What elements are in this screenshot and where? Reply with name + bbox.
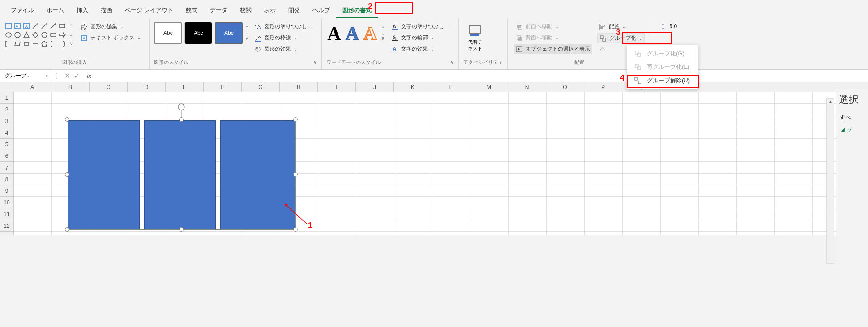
row-header-8[interactable]: 8 <box>0 174 13 185</box>
row-header-3[interactable]: 3 <box>0 115 13 127</box>
row-header-11[interactable]: 11 <box>0 208 13 220</box>
shape-style-gallery[interactable]: Abc Abc Abc ⌃ ⌄ ⊽ <box>153 21 250 45</box>
row-header-9[interactable]: 9 <box>0 185 13 197</box>
text-fill-button[interactable]: A 文字の塗りつぶし ⌄ <box>389 22 452 31</box>
handle-ml[interactable] <box>65 172 69 177</box>
shape-parallelogram-icon[interactable] <box>13 40 21 48</box>
col-header-d[interactable]: D <box>128 82 166 92</box>
bring-forward-button[interactable]: 前面へ移動 ⌄ <box>514 22 592 31</box>
cells-grid[interactable]: 1 <box>14 92 868 235</box>
name-box-dropdown-icon[interactable]: ▾ <box>46 74 48 78</box>
shape-brace-icon[interactable] <box>49 40 57 48</box>
row-header-5[interactable]: 5 <box>0 139 13 150</box>
dropdown-ungroup[interactable]: グループ解除(U) <box>627 74 698 87</box>
shape-brace2-icon[interactable] <box>58 40 66 48</box>
tab-insert[interactable]: 挿入 <box>70 4 94 18</box>
row-header-12[interactable]: 12 <box>0 220 13 232</box>
selection-pane-button[interactable]: オブジェクトの選択と表示 <box>514 44 592 54</box>
shape-hexagon-icon[interactable] <box>40 31 48 39</box>
send-backward-button[interactable]: 背面へ移動 ⌄ <box>514 33 592 42</box>
shape-outline-button[interactable]: 図形の枠線 ⌄ <box>252 33 315 42</box>
col-header-g[interactable]: G <box>242 82 280 92</box>
handle-bl[interactable] <box>65 227 69 232</box>
style-preview-2[interactable]: Abc <box>184 22 212 44</box>
shape-rightarrow-icon[interactable] <box>58 31 66 39</box>
shape-diamond-icon[interactable] <box>31 31 39 39</box>
col-header-p[interactable]: P <box>584 82 622 92</box>
group-button[interactable]: グループ化 ⌄ <box>597 33 645 43</box>
shape-line-icon[interactable] <box>31 22 39 30</box>
textbox-button[interactable]: A テキスト ボックス ⌄ <box>79 33 143 42</box>
dropdown-group[interactable]: グループ化(G) <box>627 47 698 60</box>
confirm-icon[interactable]: ✓ <box>74 72 80 80</box>
text-effects-button[interactable]: A 文字の効果 ⌄ <box>389 44 452 54</box>
wordart-up-icon[interactable]: ⌃ <box>381 26 385 30</box>
shape-flowchart-icon[interactable] <box>22 40 30 48</box>
col-header-h[interactable]: H <box>280 82 318 92</box>
shape-roundrect-icon[interactable] <box>49 31 57 39</box>
col-header-m[interactable]: M <box>470 82 508 92</box>
tab-draw[interactable]: 描画 <box>94 4 119 18</box>
gallery-more-icon[interactable]: ⊽ <box>245 36 249 41</box>
style-preview-3[interactable]: Abc <box>215 22 243 44</box>
selection-pane-item[interactable]: ◢ グ <box>839 124 865 137</box>
selection-pane-all[interactable]: すべ <box>839 111 865 124</box>
shape-fill-button[interactable]: 図形の塗りつぶし ⌄ <box>252 22 315 31</box>
alt-text-button[interactable]: 代替テ キスト <box>462 21 487 54</box>
shapes-gallery[interactable]: A A ⌃ ⌄ <box>4 21 76 49</box>
wordart-more-icon[interactable]: ⊽ <box>381 37 385 41</box>
cancel-icon[interactable]: ✕ <box>64 72 70 80</box>
text-outline-button[interactable]: A 文字の輪郭 ⌄ <box>389 33 452 42</box>
shape-arrow-icon[interactable] <box>49 22 57 30</box>
shape-connector-icon[interactable] <box>31 40 39 48</box>
handle-mr[interactable] <box>293 172 298 177</box>
shape-circle-icon[interactable] <box>13 31 21 39</box>
scroll-up-icon[interactable]: ▲ <box>827 99 834 106</box>
shape-rect-icon[interactable] <box>58 22 66 30</box>
tab-page-layout[interactable]: ページ レイアウト <box>119 4 180 18</box>
tab-home[interactable]: ホーム <box>40 4 70 18</box>
col-header-e[interactable]: E <box>166 82 204 92</box>
gallery-up-icon[interactable]: ⌃ <box>245 25 249 30</box>
row-header-7[interactable]: 7 <box>0 162 13 174</box>
shape-effects-button[interactable]: 図形の効果 ⌄ <box>252 44 315 54</box>
tab-review[interactable]: 校閲 <box>234 4 258 18</box>
tab-view[interactable]: 表示 <box>258 4 282 18</box>
edit-shape-button[interactable]: 図形の編集 ⌄ <box>79 22 143 31</box>
wordart-style-3[interactable]: A <box>363 23 377 44</box>
row-header-1[interactable]: 1 <box>0 92 13 104</box>
row-header-4[interactable]: 4 <box>0 127 13 139</box>
vertical-scrollbar[interactable]: ▲ <box>826 98 834 264</box>
handle-tr[interactable] <box>293 117 298 122</box>
shape-more2-icon[interactable]: ⌄ <box>67 31 75 39</box>
row-header-10[interactable]: 10 <box>0 197 13 208</box>
col-header-a[interactable]: A <box>13 82 51 92</box>
shape-textbox2-icon[interactable]: A <box>22 22 30 30</box>
tab-formulas[interactable]: 数式 <box>180 4 204 18</box>
tab-developer[interactable]: 開発 <box>282 4 306 18</box>
wordart-style-2[interactable]: A <box>346 23 359 44</box>
handle-tm[interactable] <box>179 117 184 122</box>
shape-textbox-v-icon[interactable] <box>4 22 13 30</box>
align-button[interactable]: 配置 ⌄ <box>597 22 645 31</box>
wordart-style-1[interactable]: A <box>327 23 341 44</box>
tab-data[interactable]: データ <box>204 4 234 18</box>
col-header-i[interactable]: I <box>318 82 356 92</box>
shape-more3-icon[interactable]: ⊽ <box>67 40 75 48</box>
tab-file[interactable]: ファイル <box>4 4 40 18</box>
shape-textbox-icon[interactable]: A <box>13 22 21 30</box>
select-all-corner[interactable] <box>0 82 13 92</box>
shape-oval-icon[interactable] <box>4 31 13 39</box>
height-input[interactable]: 5.0 <box>658 22 679 31</box>
rectangle-2[interactable] <box>144 120 216 229</box>
shape-pentagon-icon[interactable] <box>40 40 48 48</box>
gallery-down-icon[interactable]: ⌄ <box>245 31 249 35</box>
shape-triangle-icon[interactable] <box>22 31 30 39</box>
shape-more1-icon[interactable]: ⌃ <box>67 22 75 30</box>
col-header-b[interactable]: B <box>51 82 90 92</box>
col-header-j[interactable]: J <box>356 82 394 92</box>
formula-input[interactable] <box>94 72 868 80</box>
row-header-6[interactable]: 6 <box>0 150 13 162</box>
dialog-launcher-icon[interactable]: ⬊ <box>313 60 317 65</box>
name-box[interactable]: グループ... ▾ <box>2 71 51 81</box>
